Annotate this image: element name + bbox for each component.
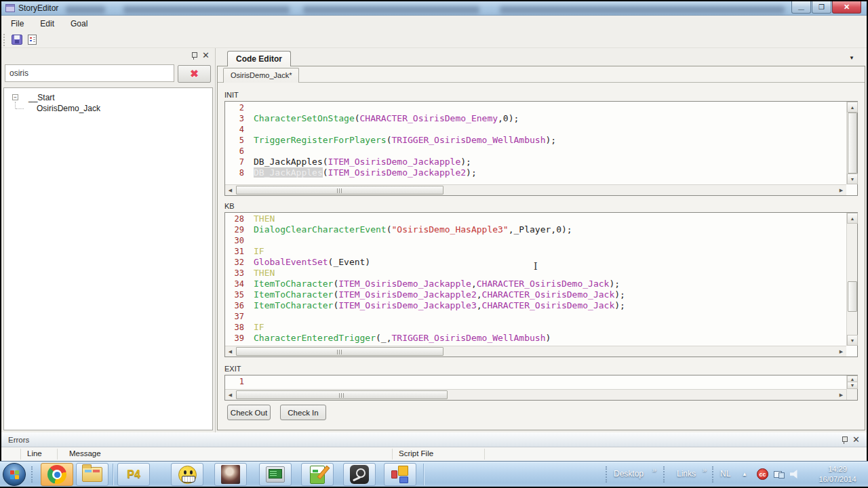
taskbar-explorer-button[interactable]	[76, 463, 108, 486]
file-tab-osirisdemo-jack[interactable]: OsirisDemo_Jack*	[223, 68, 299, 83]
maximize-button[interactable]	[812, 1, 831, 14]
exit-horizontal-scrollbar[interactable]	[225, 389, 846, 400]
line-number: 3	[225, 113, 244, 124]
code-token: THEN	[254, 214, 275, 224]
taskbar-chrome-button[interactable]	[41, 463, 73, 486]
tab-code-editor[interactable]: Code Editor	[227, 51, 291, 66]
scroll-up-icon[interactable]	[847, 102, 858, 113]
menu-goal[interactable]: Goal	[64, 17, 94, 30]
taskbar-grip[interactable]	[31, 466, 34, 483]
scroll-up-icon[interactable]	[847, 213, 858, 224]
taskbar-game-portrait-button[interactable]	[214, 463, 247, 486]
scroll-right-icon[interactable]	[836, 346, 846, 357]
taskbar-system-monitor-button[interactable]	[259, 463, 292, 486]
init-horizontal-scrollbar[interactable]	[225, 184, 846, 195]
kb-editor[interactable]: 28THEN29DialogClearCharacterEvent("Osiri…	[224, 212, 858, 357]
check-in-button[interactable]: Check In	[280, 405, 326, 420]
chevron-right-icon[interactable]: »	[652, 466, 656, 474]
taskbar-smiley-button[interactable]	[171, 463, 203, 486]
taskbar-perforce-button[interactable]: P4	[117, 463, 150, 486]
search-input[interactable]: osiris	[5, 64, 174, 82]
code-token: ,0);	[498, 113, 519, 123]
line-number: 31	[225, 246, 244, 257]
taskbar-steam-button[interactable]	[343, 463, 376, 486]
check-out-button[interactable]: Check Out	[227, 405, 271, 420]
kb-vertical-scrollbar[interactable]	[846, 213, 857, 346]
errors-close-icon[interactable]	[852, 436, 860, 444]
init-vertical-scrollbar[interactable]	[846, 102, 857, 184]
chevron-down-icon[interactable]	[849, 55, 854, 61]
code-token: IF	[254, 322, 264, 332]
chevron-right-icon[interactable]: »	[703, 466, 707, 474]
scroll-down-icon[interactable]	[847, 174, 858, 184]
scroll-left-icon[interactable]	[225, 390, 235, 400]
code-token: (	[323, 167, 328, 178]
scroll-down-icon[interactable]	[847, 335, 858, 346]
tree-item-start[interactable]: __Start	[28, 93, 55, 102]
close-button[interactable]	[832, 1, 861, 14]
monitor-icon	[266, 466, 285, 483]
column-script-file[interactable]: Script File	[399, 449, 433, 458]
tree-expander-icon[interactable]	[12, 94, 18, 100]
init-code[interactable]: 23CharacterSetOnStage(CHARACTER_OsirisDe…	[225, 102, 846, 184]
cc-tray-icon[interactable]: cc	[757, 468, 768, 480]
redacted-title-text	[303, 6, 479, 14]
build-story-icon[interactable]	[28, 35, 37, 45]
scroll-right-icon[interactable]	[836, 185, 846, 195]
scrollbar-thumb[interactable]	[236, 347, 443, 356]
text-cursor	[534, 262, 538, 271]
line-number: 36	[225, 300, 244, 311]
tray-grip[interactable]	[606, 466, 608, 483]
scrollbar-thumb[interactable]	[848, 113, 857, 174]
start-button[interactable]	[3, 463, 26, 486]
code-line: 35ItemToCharacter(ITEM_OsirisDemo_Jackap…	[225, 289, 846, 300]
language-indicator[interactable]: NL	[720, 469, 730, 479]
scrollbar-thumb[interactable]	[236, 186, 443, 195]
column-line[interactable]: Line	[27, 449, 42, 458]
minimize-button[interactable]	[791, 1, 811, 14]
menu-edit[interactable]: Edit	[33, 17, 61, 30]
code-token: TRIGGER_OsirisDemo_WellAmbush	[392, 135, 546, 145]
init-editor[interactable]: 23CharacterSetOnStage(CHARACTER_OsirisDe…	[224, 101, 858, 196]
code-line: 30	[225, 235, 846, 246]
network-tray-icon[interactable]	[774, 470, 785, 479]
tree-connector	[15, 102, 16, 108]
scrollbar-thumb[interactable]	[236, 390, 448, 399]
errors-title: Errors	[8, 436, 29, 444]
code-token: );	[614, 289, 625, 300]
desktop-toolbar-label[interactable]: Desktop	[614, 469, 644, 479]
volume-tray-icon[interactable]	[790, 470, 800, 479]
tree-connector	[16, 108, 24, 109]
code-token: ,	[471, 279, 477, 289]
exit-editor[interactable]: 1	[224, 375, 858, 401]
scroll-left-icon[interactable]	[225, 185, 235, 195]
errors-panel: Errors Line Message Script File	[1, 432, 867, 461]
scroll-left-icon[interactable]	[225, 346, 235, 357]
clock[interactable]: 14:29 16/07/2014	[811, 464, 864, 485]
kb-horizontal-scrollbar[interactable]	[225, 346, 846, 357]
window-title: StoryEditor	[18, 3, 58, 13]
kb-code[interactable]: 28THEN29DialogClearCharacterEvent("Osiri…	[225, 214, 846, 345]
panel-close-icon[interactable]	[202, 52, 210, 60]
save-icon[interactable]	[12, 35, 22, 45]
taskbar-editor-tiles-button[interactable]	[384, 463, 416, 486]
column-message[interactable]: Message	[69, 449, 101, 458]
errors-pin-icon[interactable]	[841, 436, 848, 444]
panel-pin-icon[interactable]	[191, 52, 197, 60]
tray-overflow-icon[interactable]	[742, 471, 747, 477]
taskbar-script-document-button[interactable]	[301, 463, 334, 486]
scroll-down-icon[interactable]	[847, 382, 858, 389]
clear-search-button[interactable]	[178, 65, 211, 83]
menu-file[interactable]: File	[4, 17, 31, 30]
code-editor-page: OsirisDemo_Jack* INIT 23CharacterSetOnSt…	[217, 66, 865, 430]
scroll-right-icon[interactable]	[836, 390, 846, 400]
exit-code[interactable]: 1	[225, 376, 846, 389]
links-toolbar-label[interactable]: Links	[677, 469, 696, 479]
toolbar-grip[interactable]	[3, 34, 6, 46]
tray-grip[interactable]	[712, 466, 715, 483]
tree-item-osirisdemo-jack[interactable]: OsirisDemo_Jack	[37, 104, 100, 113]
scrollbar-thumb[interactable]	[848, 281, 857, 312]
tray-grip[interactable]	[663, 466, 666, 483]
exit-vertical-scrollbar[interactable]	[846, 375, 857, 400]
code-token: ITEM_OsirisDemo_Jackapple	[328, 157, 461, 167]
